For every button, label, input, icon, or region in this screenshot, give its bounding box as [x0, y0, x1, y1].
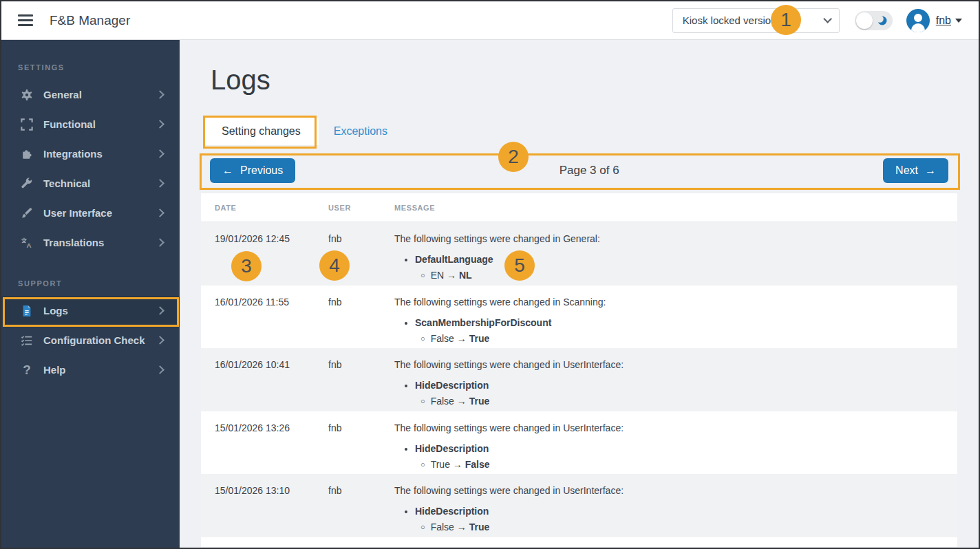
tab-setting-changes[interactable]: Setting changes	[204, 118, 319, 145]
callout-3: 3	[231, 251, 262, 281]
sidebar-item-label: Logs	[43, 305, 157, 316]
chevron-right-icon	[156, 149, 164, 158]
toggle-knob	[856, 12, 873, 29]
log-setting-name: DefaultLanguage ○ EN → NL	[415, 253, 957, 281]
log-date: 15/01/2026 13:26	[201, 422, 315, 475]
callout-1: 1	[771, 5, 801, 35]
version-select[interactable]: Kiosk locked version	[672, 8, 840, 33]
log-setting-change: ○ True → False	[420, 458, 957, 471]
log-user: fnb	[315, 358, 381, 411]
log-date: 16/01/2026 10:41	[201, 358, 315, 411]
log-message: The following settings were changed in U…	[381, 358, 957, 411]
log-message-intro: The following settings were changed in S…	[394, 296, 957, 308]
puzzle-icon	[19, 147, 34, 161]
chevron-down-icon	[823, 14, 832, 23]
chevron-right-icon	[156, 179, 164, 188]
log-user: fnb	[315, 422, 381, 475]
log-setting-change: ○ False → True	[420, 521, 957, 533]
app-title: F&B Manager	[50, 13, 130, 28]
tab-bar: Setting changes Exceptions	[201, 118, 957, 145]
sidebar-section-label: SETTINGS	[1, 41, 180, 80]
sidebar-item-label: Help	[43, 364, 157, 376]
pagination-bar: ← Previous Page 3 of 6 Next →	[201, 155, 957, 186]
arrow-left-icon: ←	[222, 164, 233, 177]
file-icon	[19, 304, 34, 318]
sub-bullet-icon: ○	[420, 395, 425, 407]
avatar-person-icon	[914, 14, 922, 22]
fullscreen-icon	[19, 118, 34, 131]
sidebar-section-label: SUPPORT	[1, 257, 180, 296]
user-avatar[interactable]	[906, 9, 930, 32]
log-setting-name: ScanMembershipForDiscount ○ False → True	[415, 316, 957, 345]
sidebar-item-translations[interactable]: ATranslations	[1, 228, 180, 257]
question-icon: ?	[19, 363, 34, 377]
wrench-icon	[19, 177, 34, 191]
caret-down-icon	[955, 19, 962, 23]
log-message: The following settings were changed in U…	[381, 422, 957, 475]
log-date: 16/01/2026 11:55	[201, 296, 315, 349]
sidebar-item-user-interface[interactable]: User Interface	[1, 198, 180, 228]
column-header-user: USER	[315, 204, 381, 212]
log-setting-change: ○ False → True	[420, 395, 957, 407]
theme-toggle[interactable]	[855, 11, 893, 30]
sidebar-item-logs[interactable]: Logs	[1, 296, 180, 325]
page-title: Logs	[211, 63, 957, 96]
paintbrush-icon	[19, 206, 34, 220]
log-setting-change: ○ EN → NL	[420, 269, 957, 281]
log-setting-change: ○ False → True	[420, 332, 957, 345]
sidebar-item-help[interactable]: ?Help	[1, 355, 180, 385]
table-row: 15/01/2026 13:26 fnb The following setti…	[201, 411, 957, 475]
chevron-right-icon	[156, 120, 164, 129]
sub-bullet-icon: ○	[420, 332, 425, 345]
hamburger-menu-icon[interactable]	[18, 14, 33, 26]
callout-2: 2	[498, 142, 529, 172]
log-message: The following settings were changed in S…	[381, 296, 957, 349]
page-status: Page 3 of 6	[560, 164, 619, 177]
chevron-right-icon	[156, 90, 164, 99]
chevron-right-icon	[156, 336, 164, 345]
table-row: 16/01/2026 11:55 fnb The following setti…	[201, 286, 957, 349]
sidebar: SETTINGSGeneralFunctionalIntegrationsTec…	[1, 40, 180, 548]
sidebar-item-general[interactable]: General	[1, 80, 180, 109]
chevron-right-icon	[156, 208, 164, 217]
log-setting-name: HideDescription ○ False → True	[415, 379, 957, 407]
log-date: 15/01/2026 13:10	[201, 484, 315, 537]
sidebar-item-label: Technical	[43, 177, 157, 189]
top-bar: F&B Manager Kiosk locked version fnb	[1, 1, 979, 40]
sidebar-item-label: General	[43, 89, 157, 100]
tab-exceptions[interactable]: Exceptions	[319, 118, 403, 145]
user-menu[interactable]: fnb	[936, 14, 951, 27]
log-message-intro: The following settings were changed in U…	[394, 484, 957, 497]
next-button[interactable]: Next →	[883, 158, 948, 183]
chevron-right-icon	[156, 306, 164, 315]
log-message-intro: The following settings were changed in U…	[394, 422, 957, 434]
translate-icon: A	[19, 236, 34, 250]
sidebar-item-label: Functional	[43, 118, 157, 130]
change-arrow-icon: →	[457, 396, 467, 407]
previous-button[interactable]: ← Previous	[210, 158, 295, 183]
callout-4: 4	[319, 250, 350, 281]
table-row: 15/01/2026 13:10 fnb The following setti…	[201, 474, 957, 537]
sidebar-item-label: Integrations	[43, 148, 157, 160]
table-row: 19/01/2026 12:45 fnb The following setti…	[201, 222, 957, 286]
log-user: fnb	[315, 296, 381, 349]
logs-table: DATE USER MESSAGE 19/01/2026 12:45 fnb T…	[201, 193, 957, 547]
sidebar-item-integrations[interactable]: Integrations	[1, 139, 180, 169]
main-content: Logs Setting changes Exceptions ← Previo…	[180, 40, 979, 548]
sub-bullet-icon: ○	[420, 458, 425, 471]
sidebar-item-configuration-check[interactable]: Configuration Check	[1, 325, 180, 355]
moon-icon	[877, 15, 888, 26]
sub-bullet-icon: ○	[420, 521, 425, 533]
table-header-row: DATE USER MESSAGE	[201, 193, 957, 222]
log-setting-name: HideDescription ○ False → True	[415, 505, 957, 533]
log-setting-name: HideDescription ○ True → False	[415, 442, 957, 471]
svg-text:A: A	[27, 241, 32, 249]
callout-5: 5	[504, 250, 535, 281]
sidebar-item-functional[interactable]: Functional	[1, 109, 180, 139]
column-header-date: DATE	[201, 204, 315, 212]
change-arrow-icon: →	[457, 333, 467, 344]
log-message-intro: The following settings were changed in G…	[394, 233, 957, 245]
app-window: F&B Manager Kiosk locked version fnb SET…	[0, 0, 980, 549]
table-row: 16/01/2026 10:41 fnb The following setti…	[201, 348, 957, 411]
sidebar-item-technical[interactable]: Technical	[1, 169, 180, 198]
